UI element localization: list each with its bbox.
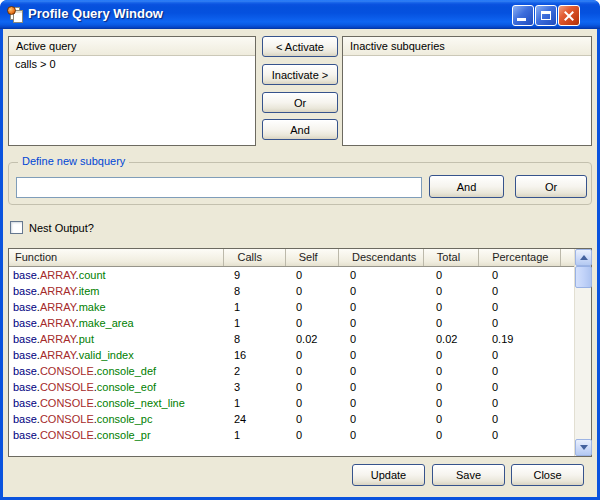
subquery-and-button[interactable]: And — [429, 175, 504, 198]
client-area: Active query calls > 0 < Activate Inacti… — [3, 29, 597, 497]
close-dialog-button[interactable]: Close — [511, 464, 584, 486]
cell-descendants: 0 — [343, 363, 429, 379]
nest-output-label: Nest Output? — [29, 222, 94, 234]
titlebar: Profile Query Window — [0, 0, 600, 29]
cell-self: 0 — [289, 395, 343, 411]
cell-descendants: 0 — [343, 427, 429, 443]
cell-calls: 8 — [227, 331, 289, 347]
inactive-subqueries-list[interactable] — [343, 56, 591, 145]
cell-percentage: 0 — [485, 379, 569, 395]
table-header: Function Calls Self Descendants Total Pe… — [9, 249, 574, 267]
table-row[interactable]: base.ARRAY.put80.0200.020.19 — [9, 331, 574, 347]
function-name: base.ARRAY.make — [9, 299, 227, 315]
nest-output-checkbox[interactable] — [10, 221, 23, 234]
active-query-list[interactable]: calls > 0 — [9, 56, 255, 145]
cell-descendants: 0 — [343, 315, 429, 331]
results-table-main: Function Calls Self Descendants Total Pe… — [9, 249, 574, 456]
table-row[interactable]: base.CONSOLE.console_eof30000 — [9, 379, 574, 395]
inactivate-button[interactable]: Inactivate > — [262, 64, 338, 85]
scrollbar-down-button[interactable] — [575, 439, 592, 456]
cell-calls: 1 — [227, 427, 289, 443]
cell-calls: 16 — [227, 347, 289, 363]
and-button[interactable]: And — [262, 119, 338, 140]
cell-calls: 1 — [227, 315, 289, 331]
cell-calls: 2 — [227, 363, 289, 379]
table-row[interactable]: base.ARRAY.item80000 — [9, 283, 574, 299]
cell-total: 0 — [429, 347, 485, 363]
maximize-icon — [541, 11, 551, 20]
cell-descendants: 0 — [343, 267, 429, 283]
cell-self: 0 — [289, 347, 343, 363]
cell-self: 0 — [289, 379, 343, 395]
function-name: base.ARRAY.valid_index — [9, 347, 227, 363]
active-query-panel: Active query calls > 0 — [8, 36, 256, 146]
column-header-total[interactable]: Total — [423, 249, 478, 266]
update-button[interactable]: Update — [352, 464, 425, 486]
close-button[interactable] — [558, 5, 580, 26]
subquery-input[interactable] — [16, 177, 422, 198]
scroll-up-icon — [580, 255, 588, 260]
cell-total: 0 — [429, 363, 485, 379]
table-row[interactable]: base.ARRAY.count90000 — [9, 267, 574, 283]
maximize-button[interactable] — [535, 5, 557, 26]
table-row[interactable]: base.ARRAY.make10000 — [9, 299, 574, 315]
cell-descendants: 0 — [343, 283, 429, 299]
cell-self: 0 — [289, 299, 343, 315]
cell-self: 0 — [289, 267, 343, 283]
cell-total: 0 — [429, 379, 485, 395]
activate-button[interactable]: < Activate — [262, 36, 338, 57]
cell-total: 0 — [429, 299, 485, 315]
window-title: Profile Query Window — [28, 0, 163, 29]
table-row[interactable]: base.CONSOLE.console_def20000 — [9, 363, 574, 379]
cell-descendants: 0 — [343, 379, 429, 395]
scrollbar-thumb[interactable] — [575, 266, 592, 288]
scrollbar-up-button[interactable] — [575, 249, 592, 266]
app-icon — [7, 6, 24, 23]
table-row[interactable]: base.CONSOLE.console_pr10000 — [9, 427, 574, 443]
minimize-button[interactable] — [512, 5, 534, 26]
column-header-self[interactable]: Self — [285, 249, 338, 266]
cell-calls: 1 — [227, 299, 289, 315]
cell-total: 0 — [429, 411, 485, 427]
column-header-function[interactable]: Function — [9, 249, 223, 266]
cell-total: 0 — [429, 315, 485, 331]
cell-self: 0 — [289, 427, 343, 443]
nest-output-row: Nest Output? — [10, 220, 94, 235]
cell-percentage: 0.19 — [485, 331, 569, 347]
table-row[interactable]: base.ARRAY.make_area10000 — [9, 315, 574, 331]
cell-percentage: 0 — [485, 299, 569, 315]
cell-total: 0 — [429, 267, 485, 283]
cell-percentage: 0 — [485, 363, 569, 379]
column-header-descendants[interactable]: Descendants — [338, 249, 423, 266]
column-header-calls[interactable]: Calls — [223, 249, 284, 266]
list-item[interactable]: calls > 0 — [9, 56, 255, 72]
cell-percentage: 0 — [485, 315, 569, 331]
function-name: base.ARRAY.count — [9, 267, 227, 283]
results-table: Function Calls Self Descendants Total Pe… — [8, 248, 592, 457]
function-name: base.CONSOLE.console_def — [9, 363, 227, 379]
orange-badge-icon — [7, 6, 16, 15]
cell-self: 0 — [289, 411, 343, 427]
cell-total: 0 — [429, 427, 485, 443]
function-name: base.CONSOLE.console_pc — [9, 411, 227, 427]
save-button[interactable]: Save — [432, 464, 505, 486]
function-name: base.CONSOLE.console_next_line — [9, 395, 227, 411]
table-row[interactable]: base.ARRAY.valid_index160000 — [9, 347, 574, 363]
cell-calls: 3 — [227, 379, 289, 395]
cell-self: 0.02 — [289, 331, 343, 347]
cell-descendants: 0 — [343, 331, 429, 347]
function-name: base.CONSOLE.console_pr — [9, 427, 227, 443]
cell-percentage: 0 — [485, 427, 569, 443]
profile-query-window: Profile Query Window Active query calls … — [0, 0, 600, 500]
table-row[interactable]: base.CONSOLE.console_next_line10000 — [9, 395, 574, 411]
cell-percentage: 0 — [485, 411, 569, 427]
column-header-filler — [561, 249, 574, 266]
cell-descendants: 0 — [343, 347, 429, 363]
subquery-or-button[interactable]: Or — [515, 175, 587, 198]
column-header-percentage[interactable]: Percentage — [478, 249, 561, 266]
function-name: base.ARRAY.put — [9, 331, 227, 347]
vertical-scrollbar[interactable] — [574, 249, 591, 456]
or-button[interactable]: Or — [262, 92, 338, 113]
cell-calls: 8 — [227, 283, 289, 299]
table-row[interactable]: base.CONSOLE.console_pc240000 — [9, 411, 574, 427]
